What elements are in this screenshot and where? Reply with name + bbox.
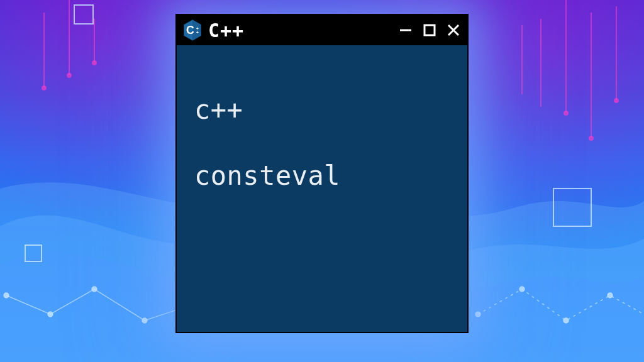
window-controls [398,23,461,38]
svg-point-21 [519,287,525,292]
titlebar: C + + C++ [177,15,467,45]
svg-point-23 [608,293,613,298]
svg-point-4 [67,74,71,77]
window-title: C++ [208,19,244,41]
svg-point-17 [142,318,147,323]
svg-point-16 [92,287,97,292]
svg-rect-33 [425,25,435,35]
svg-text:C: C [186,24,194,36]
console-content: c++ consteval [177,45,467,241]
svg-point-15 [48,312,53,317]
svg-text:+: + [196,26,199,31]
console-window: C + + C++ c++ consteval [175,14,469,333]
svg-point-22 [564,318,569,323]
minimize-button[interactable] [398,23,413,38]
svg-rect-24 [74,5,93,24]
svg-point-3 [42,86,46,90]
close-button[interactable] [446,23,461,38]
content-line-2: consteval [194,160,450,193]
maximize-button[interactable] [422,23,437,38]
cpp-icon: C + + [183,19,202,41]
content-line-1: c++ [194,94,450,127]
svg-text:+: + [196,30,199,35]
svg-point-9 [564,111,568,115]
svg-point-10 [589,136,593,140]
svg-point-20 [475,312,480,317]
svg-point-11 [614,99,618,102]
svg-point-5 [92,61,96,65]
svg-point-14 [4,293,9,298]
